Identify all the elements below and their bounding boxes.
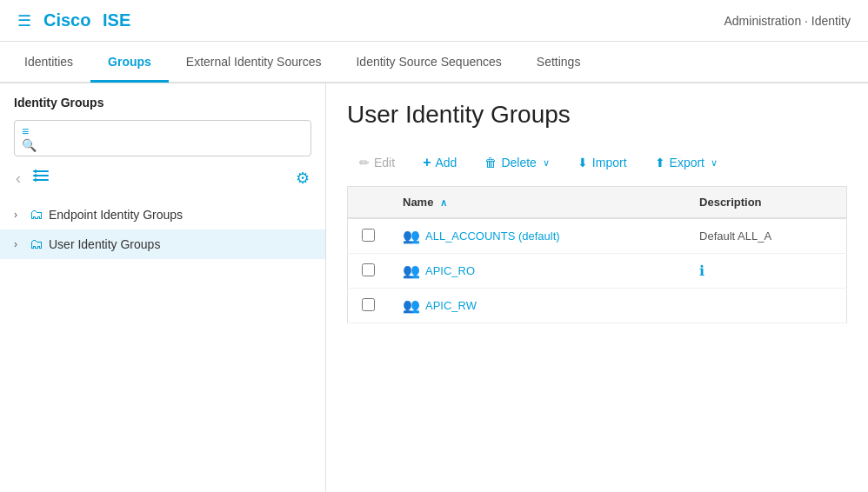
row-name-cell: 👥ALL_ACCOUNTS (default) [389, 218, 685, 254]
breadcrumb: Administration · Identity [724, 14, 851, 28]
import-button[interactable]: ⬇ Import [565, 150, 639, 175]
import-icon: ⬇ [578, 156, 588, 170]
col-name-label: Name [403, 196, 433, 209]
row-checkbox[interactable] [362, 263, 375, 276]
group-icon: 👥 [403, 228, 420, 244]
sidebar: Identity Groups ≡🔍 ‹ ⚙ [0, 83, 326, 492]
delete-dropdown-arrow: ∨ [543, 157, 550, 169]
export-icon: ⬆ [655, 156, 665, 170]
logo: Cisco ISE [43, 10, 130, 30]
row-name-cell: 👥APIC_RW [389, 289, 685, 323]
group-name-link[interactable]: 👥ALL_ACCOUNTS (default) [403, 228, 671, 244]
logo-cisco: Cisco [43, 10, 90, 30]
col-name[interactable]: Name ∧ [389, 187, 685, 219]
row-checkbox-cell [348, 289, 390, 323]
tree-item-user[interactable]: › 🗂 User Identity Groups [0, 229, 325, 259]
description-text: Default ALL_A [699, 229, 771, 243]
group-name-text: APIC_RW [425, 299, 477, 312]
sidebar-tree: › 🗂 Endpoint Identity Groups › 🗂 User Id… [0, 196, 325, 263]
tree-item-endpoint[interactable]: › 🗂 Endpoint Identity Groups [0, 200, 325, 229]
row-checkbox[interactable] [362, 298, 375, 311]
add-label: Add [435, 156, 457, 170]
edit-button[interactable]: ✏ Edit [347, 150, 407, 175]
search-icon: ≡🔍 [22, 124, 42, 152]
sidebar-title: Identity Groups [0, 83, 325, 116]
back-button[interactable]: ‹ [14, 168, 23, 189]
table-row: 👥APIC_ROℹ [348, 254, 847, 289]
row-description-cell [685, 289, 846, 323]
content-area: Identity Groups ≡🔍 ‹ ⚙ [0, 83, 868, 492]
col-description: Description [685, 187, 846, 219]
sort-asc-icon: ∧ [440, 197, 447, 208]
top-header: ☰ Cisco ISE Administration · Identity [0, 0, 868, 42]
sidebar-search-box[interactable]: ≡🔍 [14, 120, 311, 156]
row-name-cell: 👥APIC_RO [389, 254, 685, 289]
sidebar-toolbar: ‹ ⚙ [0, 163, 325, 196]
edit-icon: ✏ [359, 156, 370, 170]
group-icon: 👥 [403, 297, 420, 314]
action-toolbar: ✏ Edit + Add 🗑 Delete ∨ ⬇ Import ⬆ Expor… [347, 150, 847, 176]
tab-navigation: Identities Groups External Identity Sour… [0, 42, 868, 83]
svg-rect-5 [35, 178, 37, 182]
row-description-cell: Default ALL_A [685, 218, 846, 254]
row-checkbox[interactable] [362, 229, 375, 242]
main-content: User Identity Groups ✏ Edit + Add 🗑 Dele… [326, 83, 868, 492]
logo-ise: ISE [103, 10, 130, 30]
toolbar-left: ‹ [14, 168, 52, 189]
svg-rect-3 [35, 170, 37, 173]
export-dropdown-arrow: ∨ [711, 157, 718, 169]
data-table: Name ∧ Description 👥ALL_ACCOUNTS (defaul… [347, 186, 847, 323]
header-left: ☰ Cisco ISE [17, 10, 130, 30]
tree-item-user-label: User Identity Groups [49, 237, 160, 251]
tab-identities[interactable]: Identities [7, 43, 90, 81]
tab-settings[interactable]: Settings [519, 43, 598, 81]
group-name-text: APIC_RO [425, 264, 475, 277]
delete-icon: 🗑 [484, 156, 497, 170]
group-icon: 👥 [403, 263, 420, 279]
table-row: 👥APIC_RW [348, 289, 847, 323]
row-checkbox-cell [348, 254, 390, 289]
delete-button[interactable]: 🗑 Delete ∨ [472, 150, 561, 175]
folder-icon: 🗂 [30, 207, 43, 223]
table-row: 👥ALL_ACCOUNTS (default)Default ALL_A [348, 218, 847, 254]
group-name-text: ALL_ACCOUNTS (default) [425, 229, 560, 243]
tab-external-identity-sources[interactable]: External Identity Sources [169, 43, 339, 81]
col-checkbox [348, 187, 390, 219]
info-icon[interactable]: ℹ [699, 263, 704, 278]
row-description-cell: ℹ [685, 254, 846, 289]
group-name-link[interactable]: 👥APIC_RW [403, 297, 671, 314]
export-label: Export [670, 156, 704, 170]
add-icon: + [423, 155, 431, 170]
search-input[interactable] [47, 132, 304, 145]
import-label: Import [592, 156, 627, 170]
chevron-icon: › [14, 238, 24, 250]
delete-label: Delete [501, 156, 536, 170]
tab-identity-source-sequences[interactable]: Identity Source Sequences [338, 43, 518, 81]
edit-label: Edit [374, 156, 395, 170]
gear-button[interactable]: ⚙ [294, 167, 311, 189]
tree-item-endpoint-label: Endpoint Identity Groups [49, 208, 183, 222]
export-button[interactable]: ⬆ Export ∨ [643, 150, 730, 175]
list-view-button[interactable] [31, 168, 52, 189]
svg-rect-4 [35, 174, 37, 177]
tab-groups[interactable]: Groups [90, 43, 169, 81]
hamburger-icon[interactable]: ☰ [17, 11, 31, 30]
table-header-row: Name ∧ Description [348, 187, 847, 219]
folder-icon: 🗂 [30, 236, 43, 252]
group-name-link[interactable]: 👥APIC_RO [403, 263, 671, 279]
chevron-icon: › [14, 209, 24, 221]
row-checkbox-cell [348, 218, 390, 254]
page-title: User Identity Groups [347, 101, 847, 129]
add-button[interactable]: + Add [411, 150, 469, 176]
